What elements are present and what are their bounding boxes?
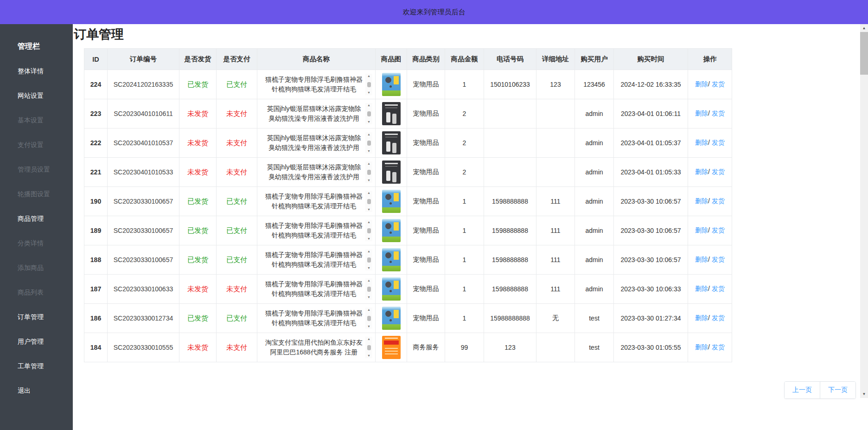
window-scrollbar[interactable]: ▲ ▼ [860,24,868,398]
scroll-up-icon[interactable]: ▲ [860,24,868,32]
sidebar-item-工单管理[interactable]: 工单管理 [0,354,73,379]
product-name[interactable]: 猫梳子宠物专用除浮毛刷撸猫神器针梳狗狗猫咪毛发清理开结毛 [264,221,364,240]
scroll-down-icon[interactable]: ▼ [367,295,370,300]
sidebar-item-添加商品[interactable]: 添加商品 [0,256,73,280]
sidebar-item-轮播图设置[interactable]: 轮播图设置 [0,182,73,206]
sidebar-item-用户管理[interactable]: 用户管理 [0,329,73,354]
sidebar-item-订单管理[interactable]: 订单管理 [0,305,73,329]
scroll-down-icon[interactable]: ▼ [367,178,370,183]
product-name[interactable]: 猫梳子宠物专用除浮毛刷撸猫神器针梳狗狗猫咪毛发清理开结毛 [264,308,364,328]
product-name[interactable]: 猫梳子宠物专用除浮毛刷撸猫神器针梳狗狗猫咪毛发清理开结毛 [264,75,364,94]
ship-status: 未发货 [179,275,217,304]
sidebar-item-商品管理[interactable]: 商品管理 [0,206,73,231]
scroll-up-icon[interactable]: ▲ [367,278,370,283]
product-category: 宠物用品 [407,275,445,304]
scroll-down-icon[interactable]: ▼ [367,353,370,358]
delete-link[interactable]: 删除 [695,139,708,146]
delete-link[interactable]: 删除 [695,314,708,321]
ship-link[interactable]: 发货 [710,226,725,234]
cell-scrollbar[interactable]: ▲▼ [365,103,372,124]
sidebar-item-分类详情[interactable]: 分类详情 [0,231,73,256]
pay-status: 未支付 [217,99,257,128]
cell-scrollbar[interactable]: ▲▼ [365,191,372,212]
ship-status: 已发货 [179,304,217,333]
scroll-down-icon[interactable]: ▼ [367,149,370,154]
scrollbar-thumb[interactable] [367,345,371,350]
delete-link[interactable]: 删除 [695,256,708,263]
scrollbar-thumb[interactable] [367,316,371,321]
scroll-up-icon[interactable]: ▲ [367,337,370,341]
product-name-cell: 英国jhly银渐层猫咪沐浴露宠物除臭幼猫洗澡专用浴液香波洗护用▲▼ [257,128,376,158]
product-name[interactable]: 淘宝支付宝信用代拍闲鱼京东好友阿里巴巴1688代商务服务 注册 [264,338,364,357]
ship-link[interactable]: 发货 [710,256,725,263]
scrollbar-thumb[interactable] [367,228,371,233]
scrollbar-thumb[interactable] [367,257,371,263]
ship-link[interactable]: 发货 [710,139,725,146]
ship-link[interactable]: 发货 [710,314,725,321]
scroll-up-icon[interactable]: ▲ [367,132,370,137]
scroll-up-icon[interactable]: ▲ [367,249,370,254]
delete-link[interactable]: 删除 [695,343,708,351]
scrollbar-thumb[interactable] [367,199,371,204]
scrollbar-thumb[interactable] [367,287,371,292]
scroll-down-icon[interactable]: ▼ [367,324,370,329]
scroll-down-icon[interactable]: ▼ [367,90,370,95]
scrollbar-thumb[interactable] [367,170,371,175]
delete-link[interactable]: 删除 [695,197,708,205]
sidebar-item-支付设置[interactable]: 支付设置 [0,133,73,157]
ship-link[interactable]: 发货 [710,285,725,292]
scrollbar-thumb[interactable] [367,82,371,87]
scroll-down-icon[interactable]: ▼ [367,266,370,270]
delete-link[interactable]: 删除 [695,109,708,117]
sidebar-item-整体详情[interactable]: 整体详情 [0,59,73,83]
product-name[interactable]: 猫梳子宠物专用除浮毛刷撸猫神器针梳狗狗猫咪毛发清理开结毛 [264,279,364,299]
scroll-down-icon[interactable]: ▼ [860,390,868,398]
sidebar-item-商品列表[interactable]: 商品列表 [0,280,73,305]
sidebar-item-退出[interactable]: 退出 [0,379,73,403]
main-content: 订单管理 ID订单编号是否发货是否支付商品名称商品图商品类别商品金额电话号码详细… [73,24,868,430]
scroll-up-icon[interactable]: ▲ [367,161,370,166]
cell-scrollbar[interactable]: ▲▼ [365,249,372,270]
scroll-up-icon[interactable]: ▲ [367,103,370,108]
delete-link[interactable]: 删除 [695,226,708,234]
sidebar-item-网站设置[interactable]: 网站设置 [0,83,73,108]
cell-scrollbar[interactable]: ▲▼ [365,220,372,241]
cell-scrollbar[interactable]: ▲▼ [365,132,372,154]
product-name[interactable]: 英国jhly银渐层猫咪沐浴露宠物除臭幼猫洗澡专用浴液香波洗护用 [264,133,364,153]
scroll-up-icon[interactable]: ▲ [367,191,370,195]
delete-link[interactable]: 删除 [695,168,708,175]
scroll-down-icon[interactable]: ▼ [367,237,370,241]
cell-scrollbar[interactable]: ▲▼ [365,337,372,358]
pay-status: 未支付 [217,158,257,187]
cell-scrollbar[interactable]: ▲▼ [365,161,372,183]
scrollbar-thumb[interactable] [860,32,868,75]
scrollbar-thumb[interactable] [367,111,371,116]
product-name[interactable]: 英国jhly银渐层猫咪沐浴露宠物除臭幼猫洗澡专用浴液香波洗护用 [264,104,364,123]
sidebar-item-管理员设置[interactable]: 管理员设置 [0,157,73,182]
cell-scrollbar[interactable]: ▲▼ [365,278,372,300]
delete-link[interactable]: 删除 [695,80,708,88]
next-page-button[interactable]: 下一页 [820,382,855,398]
product-name[interactable]: 英国jhly银渐层猫咪沐浴露宠物除臭幼猫洗澡专用浴液香波洗护用 [264,162,364,182]
scroll-up-icon[interactable]: ▲ [367,220,370,225]
column-header: 商品金额 [445,49,484,70]
prev-page-button[interactable]: 上一页 [785,382,820,398]
scroll-up-icon[interactable]: ▲ [367,308,370,312]
delete-link[interactable]: 删除 [695,285,708,292]
product-image-cell [376,304,407,333]
cell-scrollbar[interactable]: ▲▼ [365,308,372,329]
ship-link[interactable]: 发货 [710,197,725,205]
cell-scrollbar[interactable]: ▲▼ [365,74,372,95]
sidebar-item-基本设置[interactable]: 基本设置 [0,108,73,133]
ship-link[interactable]: 发货 [710,168,725,175]
product-name[interactable]: 猫梳子宠物专用除浮毛刷撸猫神器针梳狗狗猫咪毛发清理开结毛 [264,250,364,270]
scroll-down-icon[interactable]: ▼ [367,207,370,212]
ship-link[interactable]: 发货 [710,109,725,117]
product-name[interactable]: 猫梳子宠物专用除浮毛刷撸猫神器针梳狗狗猫咪毛发清理开结毛 [264,192,364,211]
pay-status: 已支付 [217,187,257,216]
scroll-up-icon[interactable]: ▲ [367,74,370,78]
scrollbar-thumb[interactable] [367,141,371,146]
ship-link[interactable]: 发货 [710,80,725,88]
ship-link[interactable]: 发货 [710,343,725,351]
scroll-down-icon[interactable]: ▼ [367,120,370,124]
